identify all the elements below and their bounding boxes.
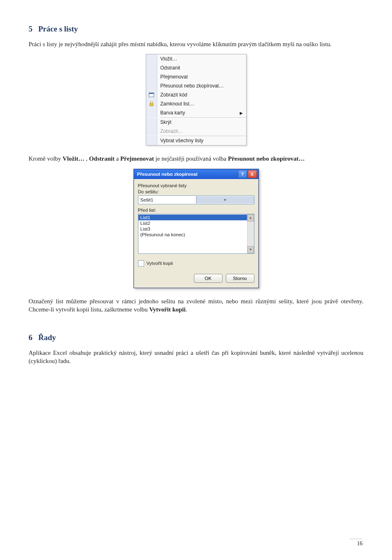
menu-item-skryt[interactable]: Skrýt (146, 118, 246, 127)
cancel-button[interactable]: Storno (226, 274, 254, 283)
menu-item-presunout[interactable]: Přesunout nebo zkopírovat… (146, 81, 246, 90)
move-copy-dialog: Přesunout nebo zkopírovat ? X Přesunout … (134, 169, 259, 288)
bold-text: Přejmenovat (120, 155, 154, 162)
menu-label: Skrýt (160, 119, 172, 125)
section-heading-5: 5 Práce s listy (29, 25, 363, 34)
text: Označený list můžeme přesouvat v rámci j… (29, 298, 363, 313)
menu-icon-empty (146, 127, 157, 136)
section-number: 6 (29, 333, 33, 342)
book-combo[interactable]: Sešit1 ▾ (138, 195, 254, 204)
list-item[interactable]: List3 (138, 226, 247, 232)
menu-icon-empty (146, 63, 157, 72)
list-item[interactable]: List1 (138, 215, 247, 220)
menu-icon-empty (146, 108, 157, 117)
menu-item-zobrazit-kod[interactable]: Zobrazit kód (146, 90, 246, 99)
menu-label: Vložit… (160, 56, 177, 62)
submenu-arrow-icon: ▶ (240, 111, 243, 115)
menu-item-vybrat[interactable]: Vybrat všechny listy (146, 136, 246, 145)
label-before-sheet: Před list: (138, 208, 254, 213)
create-copy-row[interactable]: Vytvořit kopii (138, 260, 254, 267)
section-heading-6: 6 Řady (29, 333, 363, 342)
menu-icon-empty (146, 54, 157, 63)
paragraph-vlozit: Kromě volby Vložit… , Odstranit a Přejme… (29, 155, 363, 163)
menu-item-zobrazit: Zobrazit… (146, 127, 246, 136)
menu-icon-empty (146, 118, 157, 127)
listbox-items: List1 List2 List3 (Přesunout na konec) (138, 214, 247, 253)
label-to-book: Do sešitu: (138, 189, 254, 194)
lock-icon (146, 99, 157, 108)
dropdown-arrow-icon[interactable]: ▾ (196, 196, 254, 204)
sheet-listbox[interactable]: List1 List2 List3 (Přesunout na konec) ▲… (138, 214, 254, 254)
dialog-title: Přesunout nebo zkopírovat (137, 172, 237, 177)
dialog-body: Přesunout vybrané listy Do sešitu: Sešit… (134, 179, 258, 288)
combo-value: Sešit1 (138, 197, 196, 202)
ok-button[interactable]: OK (194, 274, 223, 283)
bold-text: Odstranit (89, 155, 115, 162)
menu-item-vlozit[interactable]: Vložit… (146, 54, 246, 63)
close-button[interactable]: X (248, 170, 257, 178)
bold-text: Přesunout nebo zkopírovat… (228, 155, 305, 162)
context-menu: Vložit… Odstranit Přejmenovat Přesunout … (146, 54, 247, 146)
menu-label: Zobrazit kód (160, 92, 187, 98)
list-item[interactable]: List2 (138, 220, 247, 226)
section-title: Řady (38, 333, 56, 342)
bold-text: Vložit… (62, 155, 84, 162)
menu-label: Zamknout list… (160, 101, 194, 107)
scrollbar[interactable]: ▲ ▼ (247, 214, 254, 253)
section-title: Práce s listy (38, 25, 78, 33)
dialog-titlebar: Přesunout nebo zkopírovat ? X (134, 169, 258, 179)
menu-icon-empty (146, 136, 157, 145)
code-icon (146, 90, 157, 99)
help-button[interactable]: ? (238, 170, 247, 178)
text: je nejčastěji používaná volba (154, 155, 228, 162)
label-move-selected: Přesunout vybrané listy (138, 183, 254, 188)
section6-paragraph: Aplikace Excel obsahuje praktický nástro… (29, 349, 363, 365)
text: , (85, 155, 89, 162)
menu-label: Vybrat všechny listy (160, 138, 204, 143)
menu-item-barva[interactable]: Barva karty ▶ (146, 108, 246, 117)
menu-item-zamknout[interactable]: Zamknout list… (146, 99, 246, 108)
text: a (114, 155, 120, 162)
scroll-track[interactable] (247, 222, 254, 246)
scroll-down-icon[interactable]: ▼ (247, 246, 254, 253)
menu-label: Přesunout nebo zkopírovat… (160, 83, 224, 89)
list-item[interactable]: (Přesunout na konec) (138, 232, 247, 237)
checkbox-icon[interactable] (138, 260, 144, 267)
menu-label: Barva karty (160, 110, 185, 116)
svg-rect-2 (150, 103, 153, 106)
menu-item-odstranit[interactable]: Odstranit (146, 63, 246, 72)
menu-item-prejmenovat[interactable]: Přejmenovat (146, 72, 246, 81)
page-number: 16 (350, 539, 363, 547)
scroll-up-icon[interactable]: ▲ (247, 214, 254, 222)
svg-rect-1 (149, 93, 154, 94)
paragraph-after-dialog: Označený list můžeme přesouvat v rámci j… (29, 297, 363, 314)
checkbox-label: Vytvořit kopii (147, 261, 173, 266)
menu-label: Přejmenovat (160, 74, 188, 80)
bold-text: Vytvořit kopii (149, 306, 185, 313)
section-number: 5 (29, 25, 33, 33)
menu-label: Zobrazit… (160, 128, 183, 134)
menu-icon-empty (146, 81, 157, 90)
dialog-buttons: OK Storno (138, 274, 254, 283)
intro-paragraph: Práci s listy je nejvýhodnější zahájit p… (29, 40, 363, 48)
menu-icon-empty (146, 72, 157, 81)
text: Kromě volby (29, 155, 62, 162)
menu-label: Odstranit (160, 65, 180, 71)
text: . (185, 306, 187, 313)
